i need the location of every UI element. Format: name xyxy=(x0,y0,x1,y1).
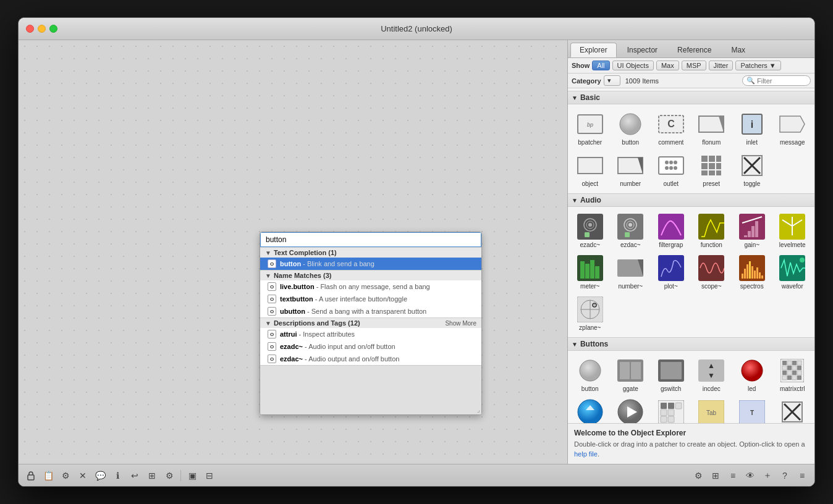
tab-max[interactable]: Max xyxy=(722,43,755,57)
tc-resize-handle[interactable]: ⌟ xyxy=(477,406,480,413)
toolbar-comment-icon[interactable]: 💬 xyxy=(93,468,108,483)
tab-explorer[interactable]: Explorer xyxy=(570,43,617,57)
tc-item-ezdac-desc[interactable]: O ezdac~ - Audio output and on/off butto… xyxy=(260,353,481,365)
obj-ezadc[interactable]: ezadc~ xyxy=(570,211,610,251)
obj-bpatcher[interactable]: bp bpatcher xyxy=(570,108,610,148)
svg-point-107 xyxy=(578,400,603,423)
obj-button[interactable]: button xyxy=(611,108,651,148)
window-title: Untitled2 (unlocked) xyxy=(381,24,452,33)
obj-filtergrap[interactable]: filtergrap xyxy=(651,211,691,251)
obj-textbutto[interactable]: T textbutto xyxy=(732,396,772,423)
section-basic-arrow[interactable]: ▼ xyxy=(572,94,578,101)
obj-plot[interactable]: plot~ xyxy=(651,252,691,292)
tc-item-live-button[interactable]: O live.button - Flash on any message, se… xyxy=(260,280,481,293)
obj-label-btn-button: button xyxy=(581,385,599,392)
obj-numbertilde[interactable]: number~ xyxy=(611,252,651,292)
obj-levelmete[interactable]: levelmete xyxy=(773,211,813,251)
filter-input[interactable] xyxy=(757,77,806,85)
explorer-content[interactable]: ▼ Basic bp bpatcher xyxy=(568,88,814,423)
obj-incdec[interactable]: ▲ ▼ incdec xyxy=(692,355,732,395)
section-audio-arrow[interactable]: ▼ xyxy=(572,197,578,204)
obj-tab[interactable]: Tab tab xyxy=(692,396,732,423)
toolbar-lock-icon[interactable] xyxy=(23,468,38,483)
obj-message[interactable]: message xyxy=(773,108,813,148)
svg-rect-21 xyxy=(716,156,721,162)
category-label: Category xyxy=(572,77,601,85)
obj-scope[interactable]: scope~ xyxy=(692,252,732,292)
tab-reference[interactable]: Reference xyxy=(668,43,721,57)
obj-meter[interactable]: meter~ xyxy=(570,252,610,292)
close-button[interactable] xyxy=(26,25,34,33)
obj-label-plot: plot~ xyxy=(664,283,678,290)
playbar-svg xyxy=(617,399,643,423)
toolbar-settings-icon[interactable]: ⚙ xyxy=(58,468,73,483)
tab-inspector[interactable]: Inspector xyxy=(618,43,667,57)
section-buttons-arrow[interactable]: ▼ xyxy=(572,341,578,348)
obj-toggle[interactable]: toggle xyxy=(732,149,772,190)
obj-gain[interactable]: gain~ xyxy=(732,211,772,251)
tc-item-attrui[interactable]: O attrui - Inspect attributes xyxy=(260,328,481,340)
filter-ui-objects[interactable]: UI Objects xyxy=(612,61,654,70)
obj-number[interactable]: number xyxy=(611,149,651,190)
tc-showmore[interactable]: Show More xyxy=(445,320,476,327)
filter-jitter[interactable]: Jitter xyxy=(709,61,734,70)
obj-function[interactable]: function xyxy=(692,211,732,251)
right-toolbar-icon7[interactable]: ≡ xyxy=(795,468,810,483)
obj-zplane[interactable]: + zplane~ xyxy=(570,293,610,334)
obj-outlet[interactable]: outlet xyxy=(651,149,691,190)
svg-rect-102 xyxy=(797,371,801,375)
toolbar-undo-icon[interactable]: ↩ xyxy=(127,468,142,483)
obj-toggle2[interactable]: toggle xyxy=(773,396,813,423)
obj-label-incdec: incdec xyxy=(703,385,721,392)
obj-radiogro[interactable]: radiogro xyxy=(651,396,691,423)
obj-matrixctrl[interactable]: matrixctrl xyxy=(773,355,813,395)
welcome-link[interactable]: help file xyxy=(574,450,598,458)
obj-ezdac[interactable]: ezdac~ xyxy=(611,211,651,251)
minimize-button[interactable] xyxy=(38,25,46,33)
svg-rect-47 xyxy=(755,221,758,237)
canvas[interactable]: ▼ Text Completion (1) O button - Blink a… xyxy=(19,40,567,464)
obj-spectros[interactable]: spectros xyxy=(732,252,772,292)
filter-msp[interactable]: MSP xyxy=(682,61,706,70)
obj-flonum[interactable]: flonum xyxy=(692,108,732,148)
toolbar-close-icon[interactable]: ✕ xyxy=(75,468,90,483)
tc-item-ezadc-desc[interactable]: O ezadc~ - Audio input and on/off button xyxy=(260,340,481,353)
tc-item-textbutton[interactable]: O textbutton - A user interface button/t… xyxy=(260,293,481,305)
toolbar-info-icon[interactable]: ℹ xyxy=(110,468,125,483)
obj-wavefor[interactable]: wavefor xyxy=(773,252,813,292)
right-toolbar-icon5[interactable]: ＋ xyxy=(760,468,775,483)
tc-item-button[interactable]: O button - Blink and send a bang xyxy=(260,258,481,270)
right-toolbar-icon6[interactable]: ? xyxy=(777,468,792,483)
obj-icon-matrixctrl xyxy=(779,357,806,384)
obj-ggate[interactable]: ggate xyxy=(611,355,651,395)
tc-item-ubutton[interactable]: O ubutton - Send a bang with a transpare… xyxy=(260,305,481,317)
category-dropdown[interactable]: ▾ xyxy=(604,75,620,86)
obj-led[interactable]: led xyxy=(732,355,772,395)
toolbar-grid-icon[interactable]: ⊞ xyxy=(145,468,159,483)
right-toolbar-icon1[interactable]: ⚙ xyxy=(691,468,706,483)
filter-max[interactable]: Max xyxy=(656,61,679,70)
toolbar-patcher-icon[interactable]: ▣ xyxy=(185,468,200,483)
obj-inlet[interactable]: i inlet xyxy=(732,108,772,148)
obj-btn-button[interactable]: button xyxy=(570,355,610,395)
tc-desc-ezdac: - Audio output and on/off button xyxy=(305,355,399,363)
svg-rect-103 xyxy=(782,376,787,380)
obj-playbar[interactable]: playbar xyxy=(611,396,651,423)
obj-comment[interactable]: C comment xyxy=(651,108,691,148)
right-toolbar-icon4[interactable]: 👁 xyxy=(743,468,758,483)
obj-gswitch[interactable]: gswitch xyxy=(651,355,691,395)
svg-rect-96 xyxy=(787,366,792,370)
obj-pictctrl[interactable]: pictctrl xyxy=(570,396,610,423)
toolbar-more-icon[interactable]: ⚙ xyxy=(162,468,177,483)
obj-preset[interactable]: preset xyxy=(692,149,732,190)
svg-rect-25 xyxy=(701,170,708,175)
filter-all[interactable]: All xyxy=(592,61,609,70)
maximize-button[interactable] xyxy=(49,25,57,33)
toolbar-split-icon[interactable]: ⊟ xyxy=(202,468,217,483)
right-toolbar-icon2[interactable]: ⊞ xyxy=(708,468,723,483)
toolbar-copy-icon[interactable]: 📋 xyxy=(41,468,56,483)
right-toolbar-icon3[interactable]: ≡ xyxy=(725,468,740,483)
obj-object[interactable]: object xyxy=(570,149,610,190)
object-name-input[interactable] xyxy=(260,232,481,247)
filter-patchers[interactable]: Patchers ▼ xyxy=(735,61,780,70)
